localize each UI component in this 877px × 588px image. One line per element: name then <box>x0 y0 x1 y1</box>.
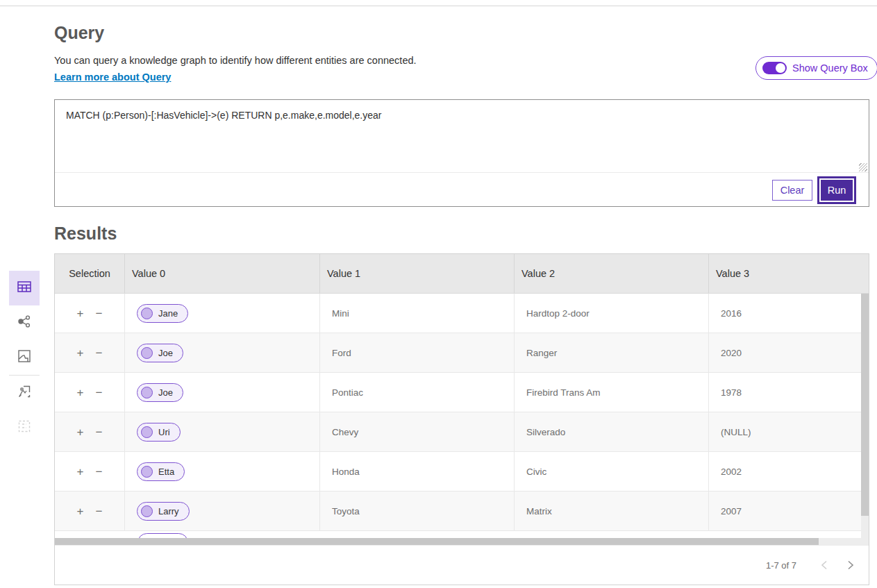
value2-cell: Firebird Trans Am <box>515 373 709 412</box>
table-row: +−EttaHondaCivic2002 <box>55 452 869 492</box>
query-card: MATCH (p:Person)-[:HasVehicle]->(e) RETU… <box>54 99 869 207</box>
show-query-box-toggle[interactable]: Show Query Box <box>755 56 877 80</box>
remove-selection-button[interactable]: − <box>94 385 104 400</box>
person-avatar-icon <box>141 505 153 517</box>
entity-chip-label: Joe <box>158 348 173 358</box>
add-selection-button[interactable]: + <box>76 425 85 439</box>
add-selection-button[interactable]: + <box>76 464 85 479</box>
vertical-scrollbar[interactable] <box>861 294 869 539</box>
add-selection-button[interactable]: + <box>76 504 85 519</box>
map-view-button[interactable] <box>9 340 40 375</box>
query-page: Query You can query a knowledge graph to… <box>0 0 877 588</box>
table-row: +−JoeFordRanger2020 <box>55 333 869 373</box>
results-title: Results <box>54 224 117 244</box>
add-selection-button[interactable]: + <box>76 306 85 321</box>
value0-cell: Joe <box>125 373 320 412</box>
table-row-partial <box>55 531 869 538</box>
table-view-button[interactable] <box>9 271 40 305</box>
table-row: +−LarryToyotaMatrix2007 <box>55 492 869 531</box>
value2-cell: Civic <box>515 452 709 491</box>
layout-view-icon <box>17 419 32 437</box>
query-input[interactable]: MATCH (p:Person)-[:HasVehicle]->(e) RETU… <box>55 100 869 173</box>
toggle-label: Show Query Box <box>792 62 868 74</box>
new-link-chart-button[interactable] <box>9 376 40 410</box>
add-selection-button[interactable]: + <box>76 346 85 360</box>
value3-cell: 2020 <box>709 333 869 372</box>
value1-cell: Honda <box>320 452 515 491</box>
resize-handle-icon[interactable] <box>859 163 867 171</box>
entity-chip[interactable] <box>137 533 188 538</box>
prev-page-button[interactable] <box>816 557 833 573</box>
table-row: +−JaneMiniHardtop 2-door2016 <box>55 294 869 333</box>
person-avatar-icon <box>141 347 153 359</box>
vertical-scrollbar-thumb[interactable] <box>861 294 869 516</box>
person-avatar-icon <box>141 308 153 319</box>
link-chart-view-button[interactable] <box>9 305 40 340</box>
toggle-knob <box>776 63 785 73</box>
value2-cell: Ranger <box>515 333 709 372</box>
table-footer: 1-7 of 7 <box>55 545 869 585</box>
value0-cell: Larry <box>125 492 320 530</box>
table-row: +−UriChevySilverado(NULL) <box>55 412 869 452</box>
value3-cell: 2016 <box>709 294 869 333</box>
selection-cell: +− <box>55 373 125 412</box>
toggle-switch-icon[interactable] <box>762 62 787 74</box>
link-chart-view-icon <box>17 314 32 332</box>
learn-more-link[interactable]: Learn more about Query <box>54 72 171 83</box>
column-header-value1: Value 1 <box>320 254 515 293</box>
column-header-value3: Value 3 <box>709 254 869 293</box>
value2-cell: Silverado <box>515 412 709 451</box>
top-divider <box>0 6 877 6</box>
clear-button[interactable]: Clear <box>772 180 812 201</box>
column-header-value2: Value 2 <box>515 254 709 293</box>
next-page-button[interactable] <box>842 557 859 573</box>
value2-cell: Matrix <box>515 492 709 530</box>
new-link-chart-icon <box>17 384 32 402</box>
run-button[interactable]: Run <box>821 180 853 201</box>
value1-cell: Toyota <box>320 492 515 530</box>
view-toolbar <box>9 271 40 445</box>
person-avatar-icon <box>141 387 153 398</box>
page-description: You can query a knowledge graph to ident… <box>54 55 417 66</box>
person-avatar-icon <box>141 426 153 438</box>
remove-selection-button[interactable]: − <box>94 464 104 479</box>
value1-cell: Chevy <box>320 412 515 451</box>
entity-chip-label: Joe <box>158 387 173 398</box>
value1-cell: Ford <box>320 333 515 372</box>
remove-selection-button[interactable]: − <box>94 425 104 439</box>
value1-cell: Mini <box>320 294 515 333</box>
person-avatar-icon <box>141 466 153 478</box>
remove-selection-button[interactable]: − <box>94 504 104 519</box>
selection-cell: +− <box>55 452 125 491</box>
value2-cell: Hardtop 2-door <box>515 294 709 333</box>
selection-cell: +− <box>55 492 125 530</box>
selection-cell: +− <box>55 294 125 333</box>
entity-chip-label: Larry <box>158 506 179 516</box>
column-header-selection: Selection <box>55 254 125 293</box>
remove-selection-button[interactable]: − <box>94 306 104 321</box>
value1-cell: Pontiac <box>320 373 515 412</box>
entity-chip[interactable]: Larry <box>137 502 190 521</box>
entity-chip[interactable]: Jane <box>137 304 188 323</box>
value0-cell: Etta <box>125 452 320 491</box>
entity-chip[interactable]: Uri <box>137 423 181 442</box>
page-title: Query <box>54 23 104 43</box>
value3-cell: (NULL) <box>709 412 869 451</box>
query-footer: Clear Run <box>55 174 869 206</box>
table-view-icon <box>17 279 32 297</box>
entity-chip[interactable]: Joe <box>137 383 183 402</box>
entity-chip-label: Uri <box>158 427 170 437</box>
add-selection-button[interactable]: + <box>76 385 85 400</box>
entity-chip[interactable]: Joe <box>137 344 183 362</box>
remove-selection-button[interactable]: − <box>94 346 104 360</box>
entity-chip[interactable]: Etta <box>137 462 185 481</box>
layout-view-button[interactable] <box>9 410 40 445</box>
selection-cell: +− <box>55 412 125 451</box>
selection-cell: +− <box>55 333 125 372</box>
table-header-row: Selection Value 0 Value 1 Value 2 Value … <box>55 254 869 294</box>
value3-cell: 1978 <box>709 373 869 412</box>
table-row: +−JoePontiacFirebird Trans Am1978 <box>55 373 869 412</box>
value0-cell: Joe <box>125 333 320 372</box>
pagination-range: 1-7 of 7 <box>766 560 796 571</box>
value3-cell: 2002 <box>709 452 869 491</box>
